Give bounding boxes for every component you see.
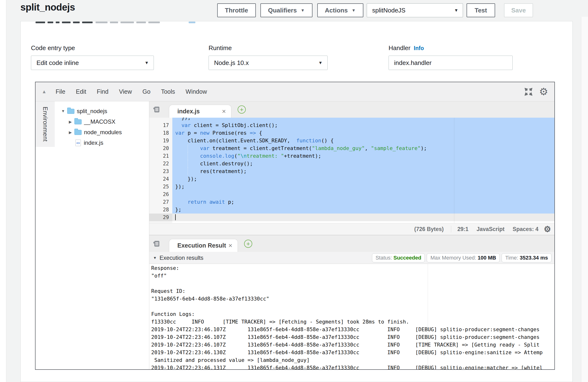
execution-badges: Status: Succeeded Max Memory Used: 100 M…: [372, 253, 551, 262]
status-badge: Status: Succeeded: [372, 253, 425, 262]
code-line[interactable]: });: [149, 118, 554, 121]
qualifiers-button[interactable]: Qualifiers▼: [260, 3, 313, 17]
tree-item-label: split_nodejs: [77, 108, 107, 115]
code-text: var treatment = client.getTreatment("lam…: [172, 145, 554, 152]
line-number: 24: [149, 175, 172, 183]
code-text: });: [172, 175, 554, 183]
language-mode[interactable]: JavaScript: [477, 226, 504, 232]
code-line-23[interactable]: 23 res(treatment);: [149, 168, 554, 175]
line-number: 26: [149, 191, 172, 198]
execution-results-title: Execution results: [160, 254, 204, 261]
tree-expand-icon[interactable]: ▶: [67, 130, 73, 135]
line-number: 29: [149, 213, 172, 221]
line-number: 20: [149, 145, 172, 152]
log-line: 2019-10-24T22:23:46.130Z 131e865f-6eb4-4…: [151, 349, 554, 356]
execution-log[interactable]: Response:"off"Request ID:"131e865f-6eb4-…: [149, 264, 554, 369]
tree-item-index.js[interactable]: <>index.js: [55, 137, 149, 148]
execution-results-header: ▼ Execution results Status: Succeeded Ma…: [149, 252, 554, 264]
code-lines: });17 var client = SplitObj.client();18v…: [149, 118, 554, 221]
chevron-down-icon: ▼: [318, 60, 323, 65]
close-icon[interactable]: ×: [229, 242, 232, 249]
collapse-menu-icon[interactable]: ▲: [42, 89, 46, 95]
tree-expand-icon[interactable]: ▼: [60, 109, 66, 113]
save-button[interactable]: Save: [504, 3, 533, 17]
handler-field: HandlerInfo: [389, 44, 513, 71]
log-line: 2019-10-24T22:23:46.107Z 131e865f-6eb4-4…: [151, 326, 554, 333]
tab-list-icon[interactable]: [153, 240, 160, 248]
editor-settings-gear-icon[interactable]: ⚙: [539, 87, 548, 97]
fullscreen-icon[interactable]: [524, 87, 533, 96]
text-cursor: [175, 214, 176, 220]
code-text: res(treatment);: [172, 168, 554, 175]
code-line-24[interactable]: 24 });: [149, 175, 554, 183]
code-line-25[interactable]: 25});: [149, 183, 554, 191]
statusbar-gear-icon[interactable]: ⚙: [544, 225, 551, 233]
menu-item-window[interactable]: Window: [186, 88, 207, 95]
tab-index-js[interactable]: index.js ×: [169, 105, 231, 118]
new-tab-button[interactable]: +: [238, 105, 246, 114]
folder-icon: [67, 109, 74, 114]
actions-button[interactable]: Actions▼: [317, 3, 363, 17]
chevron-down-icon: ▼: [454, 8, 458, 13]
throttle-button[interactable]: Throttle: [217, 3, 256, 17]
code-line-17[interactable]: 17 var client = SplitObj.client();: [149, 121, 554, 129]
code-line-21[interactable]: 21 console.log("\ntreatment: "+treatment…: [149, 152, 554, 160]
tree-expand-icon[interactable]: ▶: [67, 120, 73, 124]
collapse-results-icon[interactable]: ▼: [153, 256, 157, 260]
tab-list-icon[interactable]: [153, 106, 160, 113]
code-text: console.log("\ntreatment: "+treatment);: [172, 152, 554, 160]
log-line: [151, 280, 554, 287]
runtime-value: Node.js 10.x: [214, 59, 249, 67]
menu-item-find[interactable]: Find: [97, 88, 108, 95]
line-number: 28: [149, 206, 172, 213]
page-scrollbar[interactable]: [581, 17, 588, 382]
folder-icon: [74, 130, 82, 135]
folder-icon: [74, 119, 82, 124]
log-line: "131e865f-6eb4-4dd8-858e-a37ef13330cc": [151, 295, 554, 303]
handler-info-link[interactable]: Info: [414, 45, 424, 51]
menu-item-tools[interactable]: Tools: [161, 88, 175, 95]
menu-item-file[interactable]: File: [56, 88, 65, 95]
code-line-20[interactable]: 20 var treatment = client.getTreatment("…: [149, 145, 554, 152]
line-number: 23: [149, 168, 172, 175]
page-left-strip: [0, 0, 6, 382]
menu-item-edit[interactable]: Edit: [76, 88, 86, 95]
test-button[interactable]: Test: [466, 3, 495, 17]
time-badge: Time: 3523.34 ms: [502, 253, 551, 262]
editor-menubar: ▲ FileEditFindViewGoToolsWindow ⚙: [36, 82, 554, 101]
editor-statusbar: (726 Bytes) 29:1 JavaScript Spaces: 4 ⚙: [149, 223, 554, 235]
code-line-18[interactable]: 18var p = new Promise(res => {: [149, 129, 554, 137]
code-text: };: [172, 206, 554, 213]
new-tab-button[interactable]: +: [244, 240, 252, 248]
tab-index-js-label: index.js: [177, 108, 200, 115]
environment-tab[interactable]: Environment: [36, 101, 55, 147]
cursor-position[interactable]: 29:1: [458, 226, 468, 232]
code-editor: ▲ FileEditFindViewGoToolsWindow ⚙ Enviro…: [35, 82, 555, 370]
code-line-26[interactable]: 26: [149, 191, 554, 198]
tree-item-split_nodejs[interactable]: ▼split_nodejs⚙▾: [55, 106, 149, 116]
code-line-28[interactable]: 28};: [149, 206, 554, 213]
code-area[interactable]: });17 var client = SplitObj.client();18v…: [149, 118, 554, 223]
memory-badge: Max Memory Used: 100 MB: [427, 253, 500, 262]
line-number: 21: [149, 152, 172, 160]
tab-execution-result[interactable]: Execution Result ×: [169, 239, 238, 252]
handler-input[interactable]: [389, 56, 513, 70]
code-line-22[interactable]: 22 client.destroy();: [149, 160, 554, 168]
print-margin-line: [454, 118, 454, 223]
code-line-27[interactable]: 27 return await p;: [149, 198, 554, 206]
close-icon[interactable]: ×: [222, 108, 226, 115]
tree-item-__MACOSX[interactable]: ▶__MACOSX: [55, 116, 149, 127]
indentation-setting[interactable]: Spaces: 4: [513, 226, 538, 232]
clipped-scrolled-row: [21, 21, 572, 23]
line-number: [149, 118, 172, 121]
menu-item-view[interactable]: View: [119, 88, 132, 95]
tree-item-node_modules[interactable]: ▶node_modules: [55, 127, 149, 137]
runtime-select[interactable]: Node.js 10.x ▼: [209, 56, 328, 70]
code-line-29[interactable]: 29: [149, 213, 554, 221]
test-event-select[interactable]: splitNodeJS▼: [367, 3, 463, 17]
code-entry-type-select[interactable]: Edit code inline ▼: [31, 56, 154, 70]
log-line: 2019-10-24T22:23:46.131Z 131e865f-6eb4-4…: [151, 364, 554, 369]
log-line: [151, 303, 554, 310]
code-line-19[interactable]: 19 client.on(client.Event.SDK_READY, fun…: [149, 137, 554, 145]
menu-item-go[interactable]: Go: [143, 88, 150, 95]
